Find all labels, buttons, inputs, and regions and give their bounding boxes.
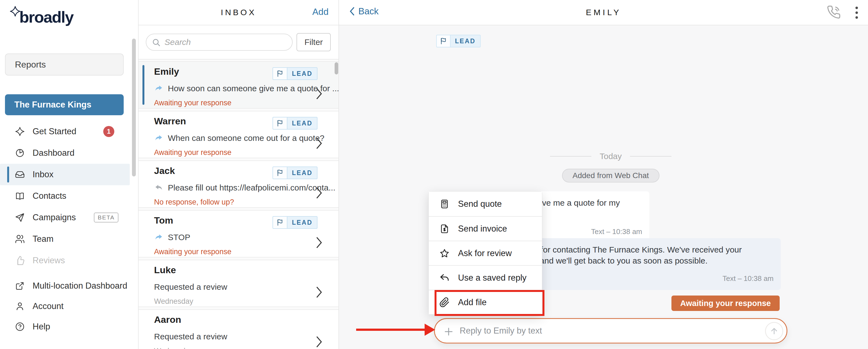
menu-item-label: Use a saved reply	[458, 273, 526, 283]
sidebar-item-label: Team	[33, 234, 54, 244]
flag-icon	[273, 216, 287, 229]
sidebar-item-campaigns[interactable]: Campaigns BETA	[0, 207, 130, 228]
sidebar-item-account[interactable]: Account	[0, 296, 132, 316]
person-icon	[15, 301, 25, 311]
sidebar-item-team[interactable]: Team	[0, 228, 130, 250]
sidebar-item-dashboard[interactable]: Dashboard	[0, 142, 130, 164]
divider-line	[550, 156, 591, 156]
conversation-timestamp: Wednesday	[154, 297, 193, 306]
lead-badge[interactable]: LEAD	[436, 35, 480, 47]
conversation-row-aaron[interactable]: Aaron Requested a review Wednesday	[138, 309, 339, 349]
kebab-menu-icon[interactable]	[855, 5, 859, 20]
plus-icon[interactable]	[443, 326, 454, 337]
lead-badge[interactable]: LEAD	[273, 117, 317, 130]
inbox-list-header: INBOX Add	[138, 0, 339, 25]
star-icon	[439, 248, 450, 258]
dashboard-icon	[15, 148, 25, 158]
paper-plane-icon	[15, 213, 25, 222]
help-icon	[15, 322, 25, 331]
contact-name: Aaron	[154, 314, 181, 325]
contacts-book-icon	[15, 191, 25, 201]
sidebar-item-label: Reviews	[33, 255, 65, 266]
sidebar-item-help[interactable]: Help	[0, 316, 132, 337]
divider-line	[630, 156, 672, 156]
date-divider: Today	[434, 152, 787, 161]
sidebar-item-multi-location-dashboard[interactable]: Multi-location Dashboard	[0, 276, 132, 296]
saved-reply-icon	[439, 273, 450, 283]
contact-name: Emily	[154, 66, 179, 77]
reply-bar[interactable]	[434, 318, 787, 344]
sidebar-item-label: Multi-location Dashboard	[33, 281, 127, 291]
lead-badge[interactable]: LEAD	[273, 216, 317, 229]
contact-name: Warren	[154, 116, 186, 127]
search-input[interactable]	[164, 35, 286, 49]
lead-badge[interactable]: LEAD	[273, 67, 317, 80]
phone-call-icon[interactable]	[827, 5, 841, 19]
menu-item-send-quote[interactable]: Send quote	[429, 191, 542, 216]
lead-badge-label: LEAD	[287, 167, 317, 179]
flag-icon	[436, 35, 451, 47]
forward-arrow-icon	[154, 133, 163, 143]
lead-badge-label: LEAD	[287, 67, 317, 80]
menu-item-ask-for-review[interactable]: Ask for review	[429, 241, 542, 265]
sidebar-footer-nav: Multi-location Dashboard Account Help	[0, 276, 132, 337]
sidebar-item-label: Dashboard	[33, 148, 74, 158]
sidebar-scrollbar[interactable]	[132, 39, 136, 176]
menu-item-label: Send invoice	[458, 224, 507, 234]
sidebar-item-label: Help	[33, 322, 50, 331]
message-preview: When can someone come out for a quote?	[168, 133, 324, 143]
sidebar-item-label: Get Started	[33, 127, 76, 136]
paperclip-icon	[439, 297, 450, 308]
menu-item-label: Send quote	[458, 199, 502, 209]
message-preview: Requested a review	[154, 332, 227, 341]
chevron-right-icon	[315, 335, 323, 348]
reports-button[interactable]: Reports	[5, 54, 124, 75]
notification-badge: 1	[103, 126, 114, 137]
conversation-row-luke[interactable]: Luke Requested a review Wednesday	[138, 260, 339, 307]
annotation-arrow-head	[425, 324, 435, 336]
menu-item-add-file[interactable]: Add file	[429, 290, 542, 314]
sidebar-item-label: Campaigns	[33, 213, 76, 222]
list-scrollbar[interactable]	[335, 62, 338, 74]
annotation-arrow	[356, 328, 426, 331]
filter-button[interactable]: Filter	[297, 33, 331, 51]
panel-title: INBOX	[138, 8, 339, 17]
conversation-row-tom[interactable]: Tom LEAD STOP Awaiting your response	[138, 210, 339, 257]
inbox-list-panel: INBOX Add Filter Emily LEAD How soon can…	[138, 0, 339, 349]
reply-actions-menu: Send quote Send invoice Ask for review U…	[429, 191, 542, 315]
sidebar-item-get-started[interactable]: Get Started 1	[0, 121, 130, 142]
chat-header: Back EMILY	[339, 0, 868, 25]
sidebar-item-contacts[interactable]: Contacts	[0, 185, 130, 207]
forward-arrow-icon	[154, 84, 163, 93]
beta-badge: BETA	[94, 213, 118, 222]
sidebar-item-inbox[interactable]: Inbox	[0, 164, 130, 185]
chat-contact-title: EMILY	[339, 8, 868, 17]
chevron-right-icon	[315, 286, 323, 299]
lead-badge-label: LEAD	[451, 35, 480, 47]
menu-item-send-invoice[interactable]: Send invoice	[429, 216, 542, 241]
add-conversation-button[interactable]: Add	[312, 7, 329, 17]
conversation-row-warren[interactable]: Warren LEAD When can someone come out fo…	[138, 111, 339, 158]
chevron-right-icon	[315, 236, 323, 249]
broadly-logo: broadly	[9, 5, 92, 30]
conversation-row-jack[interactable]: Jack LEAD Please fill out https://leafpo…	[138, 161, 339, 208]
search-box[interactable]	[146, 34, 292, 51]
selected-indicator	[143, 65, 145, 105]
flag-icon	[273, 167, 287, 179]
sparkle-icon	[15, 127, 25, 136]
conversation-row-emily[interactable]: Emily LEAD How soon can someone give me …	[138, 61, 339, 109]
sidebar-nav: Get Started 1 Dashboard Inbox Contacts C…	[0, 121, 130, 271]
conversation-status: Awaiting your response	[154, 99, 231, 107]
conversation-status: No response, follow up?	[154, 198, 234, 207]
date-divider-label: Today	[600, 152, 622, 161]
team-icon	[15, 234, 25, 244]
sidebar-item-label: Account	[33, 301, 63, 311]
menu-item-use-saved-reply[interactable]: Use a saved reply	[429, 265, 542, 290]
reply-input[interactable]	[460, 321, 752, 341]
business-name-button[interactable]: The Furnace Kings	[5, 94, 124, 115]
lead-badge[interactable]: LEAD	[273, 167, 317, 179]
sidebar-item-reviews[interactable]: Reviews	[0, 250, 130, 271]
forward-arrow-icon	[154, 233, 163, 242]
send-button[interactable]	[765, 322, 783, 340]
chevron-right-icon	[315, 186, 323, 200]
